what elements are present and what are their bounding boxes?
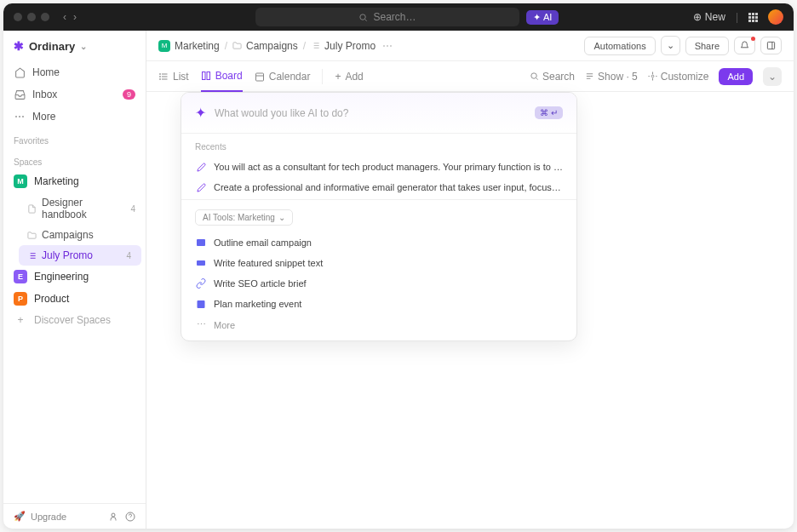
sidebar-item-designer-handbook[interactable]: Designer handbook 4 [3, 192, 146, 225]
crumb-folder[interactable]: Campaigns [232, 40, 298, 52]
back-button[interactable]: ‹ [63, 11, 66, 23]
search-input[interactable]: Search… [255, 8, 519, 26]
link-icon [195, 278, 207, 289]
space-badge: M [14, 174, 27, 188]
ai-tool-snippet[interactable]: Write featured snippet text [181, 253, 576, 273]
ai-placeholder: What would you like AI to do? [215, 107, 535, 119]
content-area: M Marketing / Campaigns / July Promo [146, 31, 794, 529]
folder-icon [232, 41, 242, 50]
sidebar-footer: 🚀 Upgrade [3, 503, 146, 529]
tab-list[interactable]: List [158, 62, 189, 91]
svg-point-19 [160, 76, 161, 77]
chevron-down-icon: ⌄ [278, 213, 285, 222]
more-icon: ⋯ [14, 111, 26, 123]
nav-arrows: ‹ › [63, 11, 77, 23]
ai-tool-seo[interactable]: Write SEO article brief [181, 273, 576, 294]
ai-tool-plan-event[interactable]: Plan marketing event [181, 294, 576, 314]
notifications-button[interactable] [734, 37, 755, 54]
svg-rect-31 [197, 260, 205, 266]
plus-icon: ⊕ [693, 11, 702, 23]
add-view-button[interactable]: + Add [335, 62, 363, 91]
doc-icon [27, 204, 37, 214]
ai-more[interactable]: ⋯ More [181, 314, 576, 340]
recent-item[interactable]: Create a professional and informative em… [181, 177, 576, 197]
crumb-list[interactable]: July Promo [311, 40, 376, 52]
upgrade-icon: 🚀 [14, 511, 26, 522]
search-icon [358, 13, 368, 22]
window-controls[interactable] [14, 13, 49, 21]
svg-rect-32 [198, 300, 205, 308]
new-button[interactable]: ⊕ New [693, 11, 725, 23]
calendar-icon [195, 299, 207, 309]
svg-rect-13 [767, 42, 774, 49]
sidebar-home[interactable]: Home [3, 61, 146, 83]
sidebar-item-july-promo[interactable]: July Promo 4 [19, 245, 141, 266]
show-button[interactable]: Show · 5 [585, 71, 638, 83]
snippet-icon [195, 258, 207, 268]
search-button[interactable]: Search [530, 71, 575, 83]
apps-icon[interactable] [748, 13, 758, 22]
svg-rect-21 [202, 72, 205, 80]
view-toolbar: List Board Calendar + Add [146, 61, 794, 92]
space-marketing[interactable]: M Marketing [3, 170, 146, 192]
topbar: ‹ › Search… ✦ AI ⊕ New | [3, 3, 794, 31]
svg-point-25 [531, 73, 536, 78]
svg-point-20 [160, 78, 161, 79]
forward-button[interactable]: › [73, 11, 77, 23]
help-icon[interactable] [125, 512, 135, 522]
ai-panel: ✦ What would you like AI to do? ⌘ ↵ Rece… [181, 92, 577, 341]
automations-button[interactable]: Automations [584, 37, 655, 55]
favorites-label: Favorites [3, 128, 146, 149]
svg-point-7 [112, 513, 115, 517]
crumb-space[interactable]: M Marketing [158, 40, 220, 52]
list-icon [27, 251, 37, 260]
sidebar: ✱ Ordinary ⌄ Home Inbox 9 ⋯ More [3, 31, 146, 529]
shortcut-badge: ⌘ ↵ [535, 106, 563, 119]
upgrade-button[interactable]: Upgrade [31, 512, 66, 522]
space-product[interactable]: P Product [3, 288, 146, 310]
svg-rect-23 [255, 73, 263, 81]
svg-point-18 [160, 73, 161, 74]
svg-rect-22 [207, 72, 210, 80]
spaces-label: Spaces [3, 149, 146, 170]
customize-button[interactable]: Customize [648, 71, 709, 83]
tab-board[interactable]: Board [201, 61, 243, 92]
tab-calendar[interactable]: Calendar [255, 62, 311, 91]
folder-icon [27, 231, 37, 240]
share-button[interactable]: Share [685, 37, 729, 55]
inbox-badge: 9 [123, 89, 135, 100]
sidebar-item-campaigns[interactable]: Campaigns [3, 225, 146, 245]
sidebar-inbox[interactable]: Inbox 9 [3, 83, 146, 106]
more-icon[interactable]: ⋯ [382, 40, 393, 52]
sparkle-icon: ✦ [533, 12, 541, 23]
space-badge: M [158, 40, 170, 52]
ai-input-row[interactable]: ✦ What would you like AI to do? ⌘ ↵ [181, 93, 576, 134]
panel-button[interactable] [760, 37, 782, 54]
workspace-icon: ✱ [14, 39, 24, 53]
ai-tool-outline-email[interactable]: Outline email campaign [181, 232, 576, 253]
automations-dropdown[interactable]: ⌄ [661, 36, 680, 55]
pencil-icon [195, 163, 207, 172]
breadcrumb: M Marketing / Campaigns / July Promo [146, 31, 794, 61]
svg-rect-30 [197, 239, 205, 246]
space-engineering[interactable]: E Engineering [3, 266, 146, 288]
person-icon[interactable] [108, 512, 118, 522]
discover-spaces[interactable]: + Discover Spaces [3, 310, 146, 330]
sidebar-more[interactable]: ⋯ More [3, 106, 146, 128]
workspace-switcher[interactable]: ✱ Ordinary ⌄ [3, 31, 146, 61]
svg-point-0 [360, 14, 365, 19]
space-badge: P [14, 292, 27, 306]
add-button[interactable]: Add [719, 68, 753, 85]
space-badge: E [14, 270, 27, 283]
plus-icon: + [14, 314, 27, 326]
recents-label: Recents [181, 134, 576, 157]
avatar[interactable] [768, 9, 783, 25]
sparkle-icon: ✦ [195, 105, 206, 121]
ai-button[interactable]: ✦ AI [526, 10, 559, 25]
inbox-icon [14, 89, 26, 100]
plus-icon: + [335, 71, 341, 83]
recent-item[interactable]: You will act as a consultant for tech pr… [181, 157, 576, 177]
ai-tools-filter[interactable]: AI Tools: Marketing ⌄ [195, 209, 293, 226]
add-dropdown[interactable]: ⌄ [763, 67, 782, 86]
svg-point-29 [651, 75, 654, 77]
